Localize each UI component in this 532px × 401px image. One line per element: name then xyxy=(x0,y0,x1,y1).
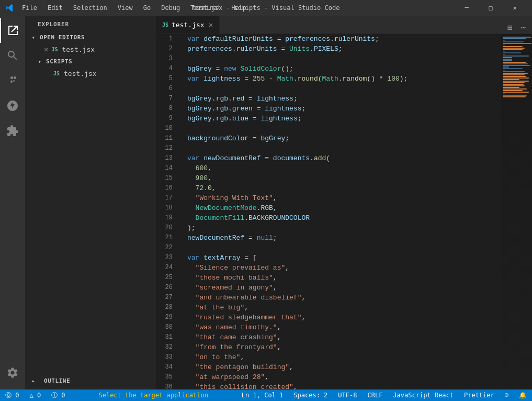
info-status[interactable]: ⓘ 0 xyxy=(46,389,70,401)
formatter-status[interactable]: Prettier xyxy=(459,389,500,401)
line-num-35: 35 xyxy=(156,372,177,382)
split-editor-icon[interactable]: ⊞ xyxy=(505,21,515,34)
line-num-6: 6 xyxy=(156,84,177,94)
explorer-activity-icon[interactable] xyxy=(0,18,25,43)
code-line-8: bgGrey.rgb.green = lightness; xyxy=(187,104,501,114)
settings-activity-icon[interactable] xyxy=(0,360,25,385)
sidebar-spacer xyxy=(25,79,156,372)
code-content[interactable]: var defaultRulerUnits = preferences.rule… xyxy=(182,34,501,389)
code-line-3 xyxy=(187,54,501,64)
errors-text: ⓪ 0 xyxy=(5,391,19,400)
menu-view[interactable]: View xyxy=(114,3,137,13)
encoding-text: UTF-8 xyxy=(338,392,357,399)
code-line-22 xyxy=(187,243,501,253)
minimize-button[interactable]: ─ xyxy=(455,0,479,16)
menu-debug[interactable]: Debug xyxy=(157,3,184,13)
encoding-status[interactable]: UTF-8 xyxy=(333,389,362,401)
extensions-activity-icon[interactable] xyxy=(0,118,25,143)
language-text: JavaScript React xyxy=(393,392,454,399)
open-editors-section[interactable]: ▾ Open Editors xyxy=(25,31,156,43)
line-num-26: 26 xyxy=(156,283,177,293)
sidebar-header: Explorer xyxy=(25,16,156,31)
tab-actions: ⊞ ⋯ xyxy=(505,21,532,34)
warnings-status[interactable]: △ 0 xyxy=(24,389,46,401)
outline-label: Outline xyxy=(40,374,74,387)
scripts-file-testjsx[interactable]: JS test.jsx xyxy=(25,68,156,79)
code-line-5: var lightness = 255 - Math.round(Math.ra… xyxy=(187,74,501,84)
tab-testjsx[interactable]: JS test.jsx ✕ xyxy=(156,16,220,34)
main-layout: Explorer ▾ Open Editors ✕ JS test.jsx ▾ … xyxy=(0,16,532,389)
close-file-icon[interactable]: ✕ xyxy=(44,45,48,53)
line-num-11: 11 xyxy=(156,133,177,143)
code-line-17: "Working With Text", xyxy=(187,193,501,203)
status-bar-right: Ln 1, Col 1 Spaces: 2 UTF-8 CRLF JavaScr… xyxy=(236,389,532,401)
maximize-button[interactable]: □ xyxy=(479,0,503,16)
tab-close-icon[interactable]: ✕ xyxy=(209,20,213,29)
menu-go[interactable]: Go xyxy=(139,3,155,13)
line-num-33: 33 xyxy=(156,352,177,362)
feedback-icon: ☺ xyxy=(505,392,508,399)
outline-chevron: ▸ xyxy=(29,377,38,385)
line-num-9: 9 xyxy=(156,114,177,124)
code-line-9: bgGrey.rgb.blue = lightness; xyxy=(187,114,501,124)
title-bar: File Edit Selection View Go Debug Termin… xyxy=(0,0,532,16)
cursor-position-status[interactable]: Ln 1, Col 1 xyxy=(236,389,288,401)
activity-bar xyxy=(0,16,25,389)
spaces-status[interactable]: Spaces: 2 xyxy=(288,389,333,401)
line-ending-status[interactable]: CRLF xyxy=(362,389,388,401)
code-line-33: "on to the", xyxy=(187,352,501,362)
debug-activity-icon[interactable] xyxy=(0,93,25,118)
menu-edit[interactable]: Edit xyxy=(43,3,67,13)
line-num-24: 24 xyxy=(156,263,177,273)
code-line-31: "that came crashing", xyxy=(187,332,501,342)
code-line-23: var textArray = [ xyxy=(187,253,501,263)
menu-file[interactable]: File xyxy=(18,3,41,13)
window-controls: ─ □ ✕ xyxy=(455,0,527,16)
line-num-13: 13 xyxy=(156,153,177,163)
source-control-activity-icon[interactable] xyxy=(0,68,25,93)
tab-label: test.jsx xyxy=(172,21,205,29)
code-line-26: "screamed in agony", xyxy=(187,283,501,293)
line-num-28: 28 xyxy=(156,303,177,313)
menu-selection[interactable]: Selection xyxy=(69,3,111,13)
activity-bar-bottom xyxy=(0,360,25,389)
feedback-status[interactable]: ☺ xyxy=(500,389,514,401)
window-title: test.jsx - scripts - Visual Studio Code xyxy=(193,4,340,12)
status-bar-center: Select the target application xyxy=(71,392,236,399)
more-actions-icon[interactable]: ⋯ xyxy=(518,21,528,34)
line-num-12: 12 xyxy=(156,143,177,153)
code-line-24: "Silence prevailed as", xyxy=(187,263,501,273)
open-editor-file-testjsx[interactable]: ✕ JS test.jsx xyxy=(25,43,156,55)
scripts-label: Scripts xyxy=(46,58,72,65)
code-line-4: bgGrey = new SolidColor(); xyxy=(187,64,501,74)
code-line-18: NewDocumentMode.RGB, xyxy=(187,203,501,213)
line-num-18: 18 xyxy=(156,203,177,213)
search-activity-icon[interactable] xyxy=(0,43,25,68)
target-application-text: Select the target application xyxy=(98,392,208,399)
line-num-16: 16 xyxy=(156,183,177,193)
line-ending-text: CRLF xyxy=(367,392,382,399)
status-bar: ⓪ 0 △ 0 ⓘ 0 Select the target applicatio… xyxy=(0,389,532,401)
tab-bar: JS test.jsx ✕ ⊞ ⋯ xyxy=(156,16,532,34)
scripts-section[interactable]: ▾ Scripts xyxy=(25,55,156,68)
code-line-29: "rusted sledgehammer that", xyxy=(187,313,501,322)
outline-section[interactable]: ▸ Outline xyxy=(25,372,156,389)
line-num-34: 34 xyxy=(156,362,177,372)
line-num-32: 32 xyxy=(156,342,177,352)
line-numbers: 1 2 3 4 5 6 7 8 9 10 11 12 13 14 15 16 1… xyxy=(156,34,182,389)
code-line-6 xyxy=(187,84,501,94)
cursor-pos-text: Ln 1, Col 1 xyxy=(242,392,283,399)
line-num-30: 30 xyxy=(156,322,177,332)
open-editor-filename: test.jsx xyxy=(62,46,95,53)
code-line-11: backgroundColor = bgGrey; xyxy=(187,133,501,143)
notifications-status[interactable]: 🔔 xyxy=(514,389,532,401)
code-line-28: "at the big", xyxy=(187,303,501,313)
line-num-21: 21 xyxy=(156,233,177,243)
code-line-15: 900, xyxy=(187,173,501,183)
errors-status[interactable]: ⓪ 0 xyxy=(0,389,24,401)
language-status[interactable]: JavaScript React xyxy=(388,389,459,401)
code-line-32: "from the frontyard", xyxy=(187,342,501,352)
line-num-36: 36 xyxy=(156,382,177,389)
close-button[interactable]: ✕ xyxy=(503,0,527,16)
open-editors-label: Open Editors xyxy=(40,34,85,41)
